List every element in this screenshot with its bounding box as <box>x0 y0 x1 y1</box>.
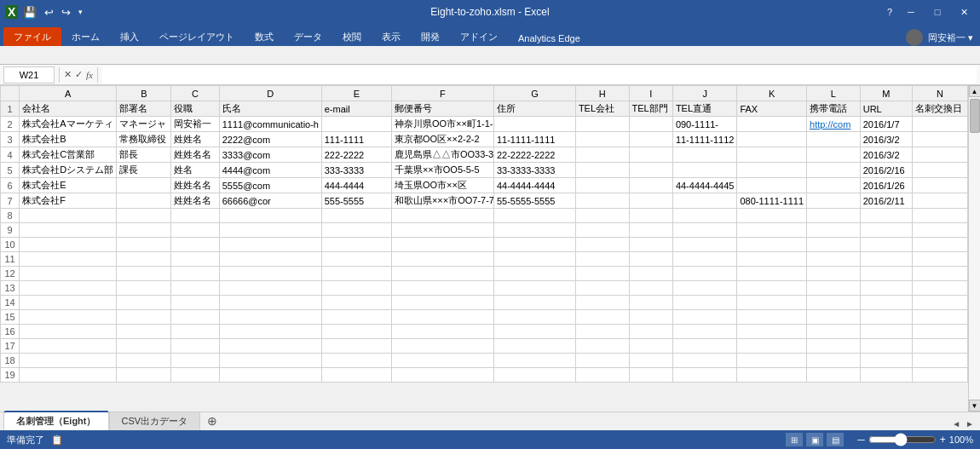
tab-analytics-edge[interactable]: Analytics Edge <box>508 30 591 46</box>
cell-g3[interactable]: 11-1111-1111 <box>493 132 575 147</box>
cell-n4[interactable] <box>912 147 967 163</box>
tab-insert[interactable]: 挿入 <box>110 27 149 46</box>
col-header-f[interactable]: F <box>391 86 493 101</box>
cell-n7[interactable] <box>912 193 967 209</box>
cell-a7[interactable]: 株式会社F <box>20 193 117 209</box>
user-menu[interactable]: 岡安裕一 ▾ <box>899 29 980 46</box>
page-layout-view-button[interactable]: ▣ <box>806 433 823 446</box>
add-sheet-button[interactable]: ⊕ <box>200 412 224 430</box>
cell-g5[interactable]: 33-3333-3333 <box>493 163 575 178</box>
cell-l2[interactable]: http://com <box>807 117 861 132</box>
formula-input[interactable] <box>102 66 977 83</box>
cell-h4[interactable] <box>575 147 629 163</box>
save-icon[interactable]: 💾 <box>20 4 39 20</box>
cell-f2[interactable]: 神奈川県OO市××町1-1-1 <box>391 117 493 132</box>
cell-c3[interactable]: 姓姓名 <box>171 132 219 147</box>
scroll-right-icon[interactable]: ► <box>963 417 977 430</box>
tab-page-layout[interactable]: ページレイアウト <box>149 27 245 46</box>
sheet-tab-meishi[interactable]: 名刺管理（Eight） <box>3 411 109 430</box>
cell-n2[interactable] <box>912 117 967 132</box>
cell-e5[interactable]: 333-3333 <box>321 163 391 178</box>
cell-e6[interactable]: 444-4444 <box>321 178 391 193</box>
cell-h5[interactable] <box>575 163 629 178</box>
minimize-button[interactable]: ─ <box>898 3 924 21</box>
zoom-plus-icon[interactable]: + <box>940 434 946 446</box>
cell-c6[interactable]: 姓姓名名 <box>171 178 219 193</box>
cell-m5[interactable]: 2016/2/16 <box>860 163 912 178</box>
cell-a5[interactable]: 株式会社Dシステム部 <box>20 163 117 178</box>
cell-f5[interactable]: 千葉県××市OO5-5-5 <box>391 163 493 178</box>
cell-h2[interactable] <box>575 117 629 132</box>
cell-d1[interactable]: 氏名 <box>219 101 321 117</box>
cell-d6[interactable]: 5555@com <box>219 178 321 193</box>
tab-file[interactable]: ファイル <box>3 27 61 46</box>
cell-m6[interactable]: 2016/1/26 <box>860 178 912 193</box>
tab-view[interactable]: 表示 <box>372 27 411 46</box>
cell-m4[interactable]: 2016/3/2 <box>860 147 912 163</box>
cell-a3[interactable]: 株式会社B <box>20 132 117 147</box>
cell-b2[interactable]: マネージャ <box>117 117 171 132</box>
cell-a10[interactable] <box>20 238 117 252</box>
page-break-view-button[interactable]: ▤ <box>827 433 844 446</box>
cell-g6[interactable]: 44-4444-4444 <box>493 178 575 193</box>
cell-i7[interactable] <box>629 193 672 209</box>
cell-c5[interactable]: 姓名 <box>171 163 219 178</box>
scroll-thumb[interactable] <box>970 99 980 133</box>
cell-a9[interactable] <box>20 223 117 238</box>
cell-l4[interactable] <box>807 147 861 163</box>
cell-f4[interactable]: 鹿児島県△△市OO33-3 <box>391 147 493 163</box>
cell-a6[interactable]: 株式会社E <box>20 178 117 193</box>
redo-icon[interactable]: ↪ <box>59 4 73 20</box>
cell-g4[interactable]: 22-2222-2222 <box>493 147 575 163</box>
tab-formulas[interactable]: 数式 <box>245 27 284 46</box>
cancel-formula-icon[interactable]: ✕ <box>64 69 72 80</box>
cell-l1[interactable]: 携帯電話 <box>807 101 861 117</box>
zoom-slider[interactable] <box>868 433 937 446</box>
cell-i5[interactable] <box>629 163 672 178</box>
cell-k7[interactable]: 080-1111-1111 <box>737 193 807 209</box>
cell-reference-input[interactable] <box>3 66 55 83</box>
cell-d5[interactable]: 4444@com <box>219 163 321 178</box>
col-header-j[interactable]: J <box>672 86 737 101</box>
col-header-e[interactable]: E <box>321 86 391 101</box>
cell-e2[interactable] <box>321 117 391 132</box>
cell-m1[interactable]: URL <box>860 101 912 117</box>
cell-j1[interactable]: TEL直通 <box>672 101 737 117</box>
cell-n5[interactable] <box>912 163 967 178</box>
cell-c2[interactable]: 岡安裕一 <box>171 117 219 132</box>
cell-b5[interactable]: 課長 <box>117 163 171 178</box>
cell-l3[interactable] <box>807 132 861 147</box>
tab-home[interactable]: ホーム <box>61 27 110 46</box>
cell-j2[interactable]: 090-1111- <box>672 117 737 132</box>
normal-view-button[interactable]: ⊞ <box>786 433 803 446</box>
col-header-c[interactable]: C <box>171 86 219 101</box>
col-header-m[interactable]: M <box>860 86 912 101</box>
undo-icon[interactable]: ↩ <box>42 4 56 20</box>
cell-h6[interactable] <box>575 178 629 193</box>
cell-j5[interactable] <box>672 163 737 178</box>
cell-l5[interactable] <box>807 163 861 178</box>
cell-b1[interactable]: 部署名 <box>117 101 171 117</box>
cell-j3[interactable]: 11-1111-1112 <box>672 132 737 147</box>
tab-review[interactable]: 校閲 <box>332 27 372 46</box>
col-header-d[interactable]: D <box>219 86 321 101</box>
tab-developer[interactable]: 開発 <box>411 27 450 46</box>
scroll-up-button[interactable]: ▲ <box>969 85 981 97</box>
scroll-down-button[interactable]: ▼ <box>969 400 981 412</box>
cell-m3[interactable]: 2016/3/2 <box>860 132 912 147</box>
cell-i6[interactable] <box>629 178 672 193</box>
cell-h3[interactable] <box>575 132 629 147</box>
cell-b7[interactable] <box>117 193 171 209</box>
cell-d2[interactable]: 1111@communicatio-h <box>219 117 321 132</box>
cell-f1[interactable]: 郵便番号 <box>391 101 493 117</box>
zoom-minus-icon[interactable]: ─ <box>857 434 865 446</box>
cell-f3[interactable]: 東京都OO区××2-2-2 <box>391 132 493 147</box>
col-header-n[interactable]: N <box>912 86 967 101</box>
cell-e1[interactable]: e-mail <box>321 101 391 117</box>
col-header-i[interactable]: I <box>629 86 672 101</box>
cell-i3[interactable] <box>629 132 672 147</box>
col-header-k[interactable]: K <box>737 86 807 101</box>
help-icon[interactable]: ? <box>882 7 897 17</box>
cell-n6[interactable] <box>912 178 967 193</box>
cell-j4[interactable] <box>672 147 737 163</box>
